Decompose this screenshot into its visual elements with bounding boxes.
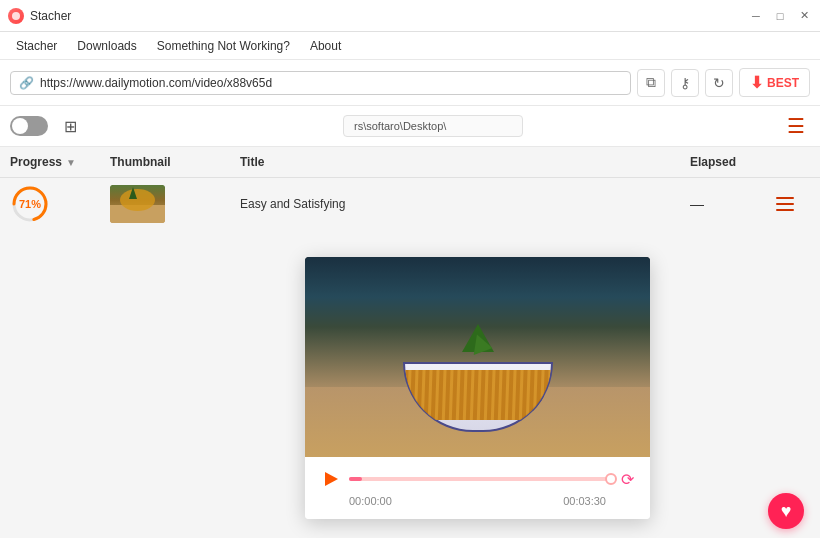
time-start: 00:00:00 [349,495,392,507]
popup-slider-track[interactable] [349,477,613,481]
table-header: Progress ▼ Thumbnail Title Elapsed [0,147,820,178]
progress-circle: 71% [10,184,50,224]
popup-play-button[interactable] [321,469,341,489]
refresh-icon: ↻ [713,75,725,91]
copy-icon: ⧉ [646,74,656,91]
menu-stacher[interactable]: Stacher [8,35,65,57]
window-controls: ─ □ ✕ [748,8,812,24]
url-icon: 🔗 [19,76,34,90]
loop-icon[interactable]: ⟳ [621,470,634,489]
menu-downloads[interactable]: Downloads [69,35,144,57]
toolbar-left: ⊞ [10,112,84,140]
key-button[interactable]: ⚷ [671,69,699,97]
download-button[interactable]: ⬇ BEST [739,68,810,97]
path-display: rs\softaro\Desktop\ [343,115,523,137]
title-bar: Stacher ─ □ ✕ [0,0,820,32]
header-progress: Progress ▼ [10,155,110,169]
thumbnail-cell [110,185,165,223]
filter-icon: ▼ [66,157,76,168]
header-elapsed: Elapsed [690,155,810,169]
popup-controls: ⟳ 00:00:00 00:03:30 [305,457,650,519]
popup-slider-fill [349,477,362,481]
copy-button[interactable]: ⧉ [637,69,665,97]
url-bar-actions: ⧉ ⚷ ↻ ⬇ BEST [637,68,810,97]
table-row: 71% Easy and Satisfying — [0,178,820,230]
menu-bar: Stacher Downloads Something Not Working?… [0,32,820,60]
hamburger-line-1 [776,197,794,199]
main-content: Progress ▼ Thumbnail Title Elapsed 71% [0,147,820,538]
elapsed-value: — [690,196,704,212]
popup-video-area [305,257,650,457]
url-input-wrapper: 🔗 [10,71,631,95]
popup-slider-thumb[interactable] [605,473,617,485]
main-toolbar: ⊞ rs\softaro\Desktop\ ☰ [0,106,820,147]
close-button[interactable]: ✕ [796,8,812,24]
download-icon: ⬇ [750,73,763,92]
header-title: Title [240,155,690,169]
progress-label: 71% [19,198,41,210]
menu-not-working[interactable]: Something Not Working? [149,35,298,57]
video-popup: ⟳ 00:00:00 00:03:30 [305,257,650,519]
key-icon: ⚷ [680,75,690,91]
minimize-button[interactable]: ─ [748,8,764,24]
hamburger-line-3 [776,209,794,211]
hamburger-line-2 [776,203,794,205]
time-end: 00:03:30 [563,495,606,507]
url-bar-row: 🔗 ⧉ ⚷ ↻ ⬇ BEST [0,60,820,106]
settings-icon: ☰ [787,114,805,138]
settings-button[interactable]: ☰ [782,112,810,140]
svg-point-0 [12,12,20,20]
app-icon [8,8,24,24]
menu-about[interactable]: About [302,35,349,57]
refresh-button[interactable]: ↻ [705,69,733,97]
url-input[interactable] [40,76,622,90]
toggle-knob [12,118,28,134]
quality-label: BEST [767,76,799,90]
row-menu-button[interactable] [776,192,800,216]
row-title: Easy and Satisfying [240,197,690,211]
grid-view-button[interactable]: ⊞ [56,112,84,140]
play-icon [325,472,338,486]
popup-slider-row: ⟳ [321,469,634,489]
toggle-switch[interactable] [10,116,48,136]
popup-time-row: 00:00:00 00:03:30 [321,495,634,507]
app-title: Stacher [30,9,748,23]
fab-heart-button[interactable]: ♥ [768,493,804,529]
header-thumbnail: Thumbnail [110,155,240,169]
heart-icon: ♥ [781,502,792,520]
maximize-button[interactable]: □ [772,8,788,24]
grid-icon: ⊞ [64,117,77,136]
